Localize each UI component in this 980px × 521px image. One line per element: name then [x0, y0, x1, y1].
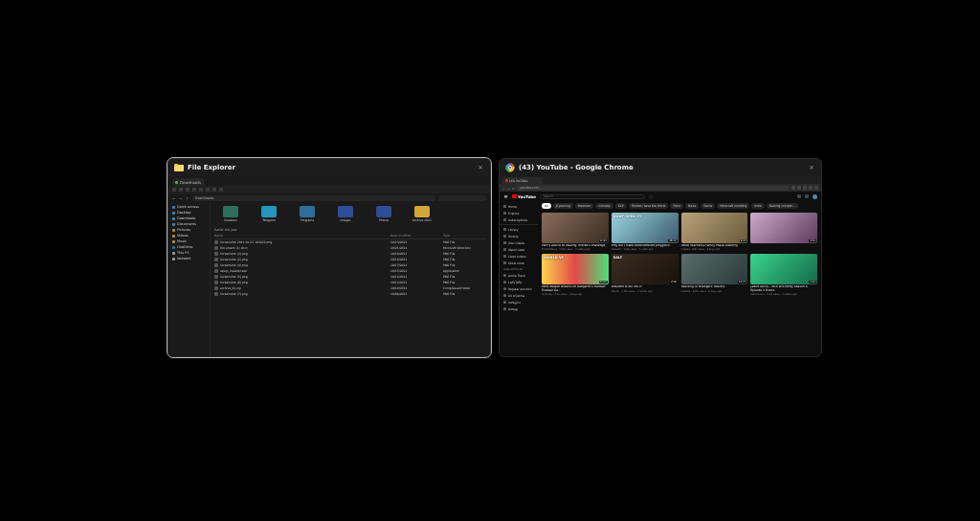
yt-chip[interactable]: SCP	[615, 203, 627, 209]
yt-video-card[interactable]: 12:44Pwrf's advice on dealing Trombo's c…	[542, 213, 609, 251]
nav-button[interactable]: →	[507, 187, 510, 190]
fe-search[interactable]	[438, 195, 486, 201]
nav-button[interactable]: ←	[172, 196, 176, 200]
yt-duration: 12:44	[599, 239, 608, 242]
fe-toolbar-button[interactable]	[179, 188, 183, 192]
yt-sidebar-item[interactable]: Show more	[500, 260, 538, 266]
yt-chip[interactable]: Pokemon	[575, 203, 594, 209]
yt-chip[interactable]: Game	[701, 203, 715, 209]
fe-folder[interactable]: Programs	[293, 206, 322, 222]
yt-chip[interactable]: All	[542, 203, 551, 209]
yt-sidebar-item[interactable]: Explore	[500, 210, 538, 216]
taskview-card-file-explorer[interactable]: File Explorer✕Downloads←→↑DownloadsQuick…	[167, 158, 491, 357]
yt-video-grid: 12:44Pwrf's advice on dealing Trombo's c…	[542, 211, 817, 296]
url-field[interactable]: youtube.com	[517, 186, 790, 191]
col-date[interactable]: Date modified	[390, 234, 443, 238]
chrome-icon	[505, 163, 515, 172]
yt-chip[interactable]: Comedy	[595, 203, 612, 209]
yt-subscription-item[interactable]: Jerma Trash	[500, 272, 538, 279]
taskview-card-chrome[interactable]: (43) YouTube - Google Chrome✕(43) YouTub…	[499, 158, 822, 357]
yt-chip[interactable]: Gaming compet…	[767, 203, 798, 209]
extension-icon[interactable]	[809, 186, 813, 190]
folder-icon	[172, 246, 175, 249]
yt-chip[interactable]: Minecraft modding	[717, 203, 749, 209]
file-explorer-icon	[174, 163, 184, 172]
yt-video-card[interactable]: 0:30[adult swim] – Rick and Morty Season…	[750, 254, 817, 296]
fe-toolbar-button[interactable]	[212, 188, 216, 192]
yt-chip[interactable]: JCylaming	[553, 203, 573, 209]
fe-content: InstallersTelegramProgramsImagesPhotosAr…	[211, 202, 490, 356]
hamburger-icon[interactable]: ≡	[503, 194, 508, 199]
channel-name: Regular Junction	[508, 287, 532, 291]
yt-video-card[interactable]: 4:10	[750, 213, 817, 251]
fe-folder[interactable]: Photos	[369, 206, 398, 222]
file-explorer-tab[interactable]: Downloads	[172, 178, 205, 186]
yt-video-card[interactable]: WORLD VS22:05More deeper Dreams on Kanga…	[542, 254, 609, 296]
sidebar-item-label: Home	[508, 205, 517, 209]
browser-tab[interactable]: (43) YouTube	[502, 177, 543, 184]
yt-sidebar-item[interactable]: Your videos	[500, 239, 538, 246]
yt-subscription-item[interactable]: nsfwjynx	[500, 299, 538, 306]
yt-video-card[interactable]: 8:31Never reached a Family Phase anatomy…	[681, 213, 748, 251]
avatar[interactable]	[813, 194, 817, 199]
col-type[interactable]: Type	[443, 234, 486, 238]
nav-button[interactable]: ←	[502, 187, 505, 190]
mic-icon[interactable]	[649, 194, 654, 199]
fe-path[interactable]: Downloads	[192, 195, 435, 201]
fe-folder-label: Photos	[379, 218, 389, 222]
yt-sidebar-item[interactable]: History	[500, 233, 538, 239]
extension-icon[interactable]	[803, 186, 807, 190]
yt-sidebar-item[interactable]: Library	[500, 226, 538, 233]
yt-video-card[interactable]: SALT0:58WISDOM IS SO TASTYMilkno · 1.2M …	[612, 254, 679, 296]
yt-subscription-item[interactable]: LaffyTaffy	[500, 279, 538, 285]
fe-toolbar-button[interactable]	[206, 188, 210, 192]
youtube-logo[interactable]: YouTube	[512, 194, 536, 199]
sidebar-item-label: Liked videos	[508, 255, 526, 259]
yt-sidebar-item[interactable]: Home	[500, 203, 538, 210]
fe-toolbar-button[interactable]	[192, 188, 196, 192]
yt-chip[interactable]: Trombo: Save the World	[629, 203, 669, 209]
yt-sidebar-item[interactable]: Subscriptions	[500, 216, 538, 223]
yt-duration: 0:58	[670, 281, 678, 283]
notifications-icon[interactable]	[805, 194, 809, 198]
extension-icon[interactable]	[791, 186, 795, 190]
yt-sidebar-item[interactable]: Liked videos	[500, 253, 538, 260]
file-type: Compressed folder	[443, 286, 486, 290]
fe-folder[interactable]: Telegram	[255, 206, 283, 222]
create-icon[interactable]	[797, 194, 801, 198]
extension-icon[interactable]	[814, 186, 818, 190]
yt-chip[interactable]: News	[685, 203, 699, 209]
close-button[interactable]: ✕	[807, 162, 816, 171]
fe-toolbar-button[interactable]	[186, 188, 189, 192]
yt-chip[interactable]: Indie	[751, 203, 764, 209]
yt-video-card[interactable]: DONT OPEN IT!18:02Why did I make 6000 di…	[612, 213, 679, 251]
yt-chip[interactable]: Films	[670, 203, 683, 209]
nav-button[interactable]: →	[179, 196, 183, 200]
youtube-search[interactable]: Search	[540, 194, 645, 199]
fe-toolbar-button[interactable]	[199, 188, 203, 192]
folder-icon	[300, 206, 315, 217]
fe-sidebar-label: Quick access	[177, 205, 199, 209]
file-type: PNG File	[443, 263, 486, 267]
extension-icon[interactable]	[797, 186, 801, 190]
col-name[interactable]: Name	[214, 234, 390, 238]
sidebar-item-icon	[503, 212, 506, 215]
fe-toolbar-button[interactable]	[172, 188, 176, 192]
sidebar-item-icon	[503, 255, 506, 258]
yt-video-card[interactable]: 14:27Reacting To Strangers' ResortsItsAl…	[681, 254, 748, 296]
fe-folder[interactable]: Images	[331, 206, 360, 222]
fe-folder[interactable]: Installers	[216, 206, 245, 222]
close-button[interactable]: ✕	[476, 162, 485, 171]
fe-file-row[interactable]: Screenshot (7).png10/08/2021PNG File	[214, 291, 486, 297]
nav-button[interactable]: ⟳	[512, 187, 515, 190]
fe-sidebar-item[interactable]: Network	[168, 256, 210, 261]
fe-toolbar-button[interactable]	[219, 188, 223, 192]
yt-subscription-item[interactable]: Aldrag	[500, 306, 538, 312]
yt-subscription-item[interactable]: All of Jerma	[500, 292, 538, 299]
fe-folder[interactable]: Archive 2021	[408, 206, 436, 222]
nav-button[interactable]: ↑	[186, 196, 189, 200]
yt-sidebar-item[interactable]: Watch later	[500, 246, 538, 253]
yt-video-title: [adult swim] – Rick and Morty Season 6 E…	[750, 285, 817, 292]
sidebar-item-icon	[503, 205, 506, 208]
yt-subscription-item[interactable]: Regular Junction	[500, 285, 538, 292]
